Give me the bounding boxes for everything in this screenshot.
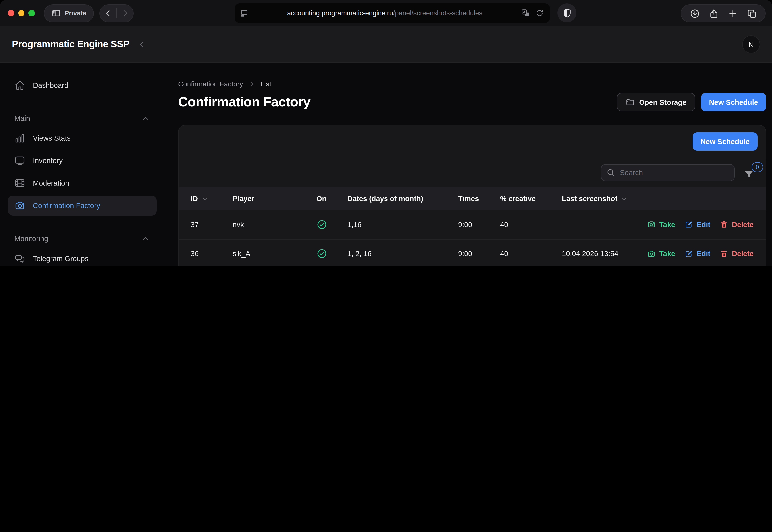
cell-id: 37	[191, 221, 233, 229]
filter-count-badge: 0	[752, 162, 763, 172]
minimize-window-button[interactable]	[18, 10, 24, 16]
page-settings-icon[interactable]	[240, 9, 249, 18]
take-button[interactable]: Take	[647, 220, 675, 229]
app-header: Programmatic Engine SSP N	[0, 26, 772, 63]
sidebar-section-main[interactable]: Main	[8, 108, 157, 128]
chat-icon	[14, 253, 25, 264]
sidebar-item-inventory[interactable]: Inventory	[8, 151, 157, 171]
back-button[interactable]	[100, 5, 116, 22]
window-controls	[8, 10, 35, 16]
filter-icon	[744, 169, 754, 179]
column-header-on: On	[316, 195, 347, 203]
private-browsing-badge[interactable]: Private	[44, 4, 94, 22]
trash-icon	[720, 249, 728, 258]
browser-toolbar: Private accounting.programmatic-engine.r…	[0, 0, 772, 26]
breadcrumb-separator-icon	[248, 80, 256, 88]
camera-icon	[647, 249, 656, 258]
toolbar-actions	[681, 4, 766, 22]
search-input[interactable]	[619, 168, 729, 177]
shield-icon	[562, 8, 572, 18]
sidebar-item-dashboard[interactable]: Dashboard	[8, 75, 157, 95]
cell-creative: 40	[500, 250, 562, 258]
app-title: Programmatic Engine SSP	[12, 39, 129, 50]
table-header: ID Player On Dates (days of month) Times…	[179, 187, 766, 210]
enabled-check-icon	[316, 248, 327, 259]
sidebar-section-monitoring[interactable]: Monitoring	[8, 229, 157, 249]
trash-icon	[720, 220, 728, 229]
sidebar-item-views-stats[interactable]: Views Stats	[8, 128, 157, 148]
breadcrumb-current: List	[260, 80, 271, 88]
row-actions: TakeEditDelete	[660, 249, 754, 258]
tab-overview-button[interactable]	[743, 5, 760, 22]
close-window-button[interactable]	[8, 10, 14, 16]
column-header-creative: % creative	[500, 195, 562, 203]
reload-icon[interactable]	[535, 9, 544, 17]
delete-button[interactable]: Delete	[720, 220, 754, 229]
new-schedule-button[interactable]: New Schedule	[701, 93, 766, 111]
row-actions: TakeEditDelete	[660, 220, 754, 229]
sort-icon	[201, 195, 208, 202]
camera-icon	[14, 200, 25, 211]
cell-on	[316, 219, 347, 230]
address-bar[interactable]: accounting.programmatic-engine.ru/panel/…	[235, 3, 550, 23]
chart-icon	[14, 133, 25, 144]
sidebar-item-moderation[interactable]: Moderation	[8, 173, 157, 193]
sidebar-item-telegram-groups[interactable]: Telegram Groups	[8, 249, 157, 266]
table-card: New Schedule 0 ID Player On	[178, 125, 766, 266]
edit-button[interactable]: Edit	[685, 220, 710, 229]
sidebar-section-label: Monitoring	[14, 235, 48, 243]
sidebar-item-label: Views Stats	[33, 134, 71, 142]
cell-creative: 40	[500, 221, 562, 229]
zoom-window-button[interactable]	[28, 10, 35, 16]
cell-id: 36	[191, 250, 233, 258]
chevron-up-icon	[141, 234, 150, 243]
share-button[interactable]	[705, 5, 722, 22]
screen: Private accounting.programmatic-engine.r…	[0, 0, 772, 266]
table-new-schedule-button[interactable]: New Schedule	[692, 132, 758, 151]
camera-icon	[647, 220, 656, 229]
private-label: Private	[65, 9, 86, 17]
breadcrumb-root[interactable]: Confirmation Factory	[178, 80, 243, 88]
sidebar-item-label: Dashboard	[33, 81, 68, 89]
open-storage-button[interactable]: Open Storage	[617, 93, 695, 111]
user-avatar[interactable]: N	[742, 35, 760, 53]
new-tab-button[interactable]	[724, 5, 741, 22]
search-input-wrap	[601, 164, 735, 181]
edit-button[interactable]: Edit	[685, 249, 710, 258]
take-button[interactable]: Take	[647, 249, 675, 258]
sidebar-collapse-button[interactable]	[137, 40, 147, 49]
sort-icon	[620, 195, 628, 202]
column-header-dates: Dates (days of month)	[347, 195, 458, 203]
downloads-button[interactable]	[686, 5, 703, 22]
enabled-check-icon	[316, 219, 327, 230]
url-path: /panel/screenshots-schedules	[393, 9, 482, 17]
translate-icon[interactable]	[521, 8, 530, 18]
cell-dates: 1, 2, 16	[347, 250, 458, 258]
cell-times: 9:00	[458, 221, 500, 229]
url-text: accounting.programmatic-engine.ru/panel/…	[249, 9, 521, 17]
cell-last-screenshot: 10.04.2026 13:54	[562, 250, 660, 258]
pencil-icon	[685, 249, 693, 258]
column-header-times: Times	[458, 195, 500, 203]
open-storage-label: Open Storage	[639, 98, 686, 106]
page-content: Confirmation Factory List Confirmation F…	[165, 63, 772, 266]
url-host: accounting.programmatic-engine.ru	[287, 9, 393, 17]
privacy-shield-button[interactable]	[557, 3, 576, 22]
sidebar-item-confirmation-factory[interactable]: Confirmation Factory	[8, 196, 157, 216]
browser-window: Private accounting.programmatic-engine.r…	[0, 0, 772, 266]
table-row: 36slk_A1, 2, 169:004010.04.2026 13:54Tak…	[179, 239, 766, 266]
chevron-up-icon	[141, 114, 150, 123]
column-header-id[interactable]: ID	[191, 195, 233, 203]
forward-button[interactable]	[117, 5, 133, 22]
filter-button[interactable]: 0	[744, 164, 757, 181]
delete-button[interactable]: Delete	[720, 249, 754, 258]
sidebar-toggle-icon	[51, 8, 61, 18]
table-body: 37nvk1,169:0040TakeEditDelete36slk_A1, 2…	[179, 210, 766, 266]
column-header-last-screenshot[interactable]: Last screenshot	[562, 195, 660, 203]
page-title: Confirmation Factory	[178, 94, 310, 110]
search-icon	[606, 168, 615, 177]
column-header-player: Player	[233, 195, 316, 203]
new-schedule-label: New Schedule	[709, 98, 758, 106]
cell-dates: 1,16	[347, 221, 458, 229]
cell-player: slk_A	[233, 250, 316, 258]
